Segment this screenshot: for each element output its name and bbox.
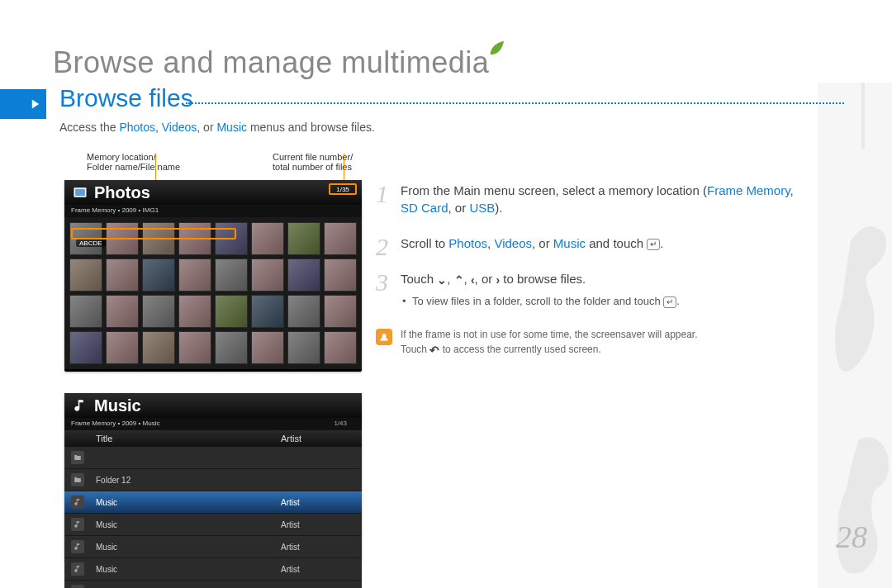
- music-row-title: Music: [96, 565, 281, 574]
- intro-suffix: menus and browse files.: [250, 121, 375, 134]
- music-row: Folder 12: [64, 469, 362, 491]
- intro-text: Access the Photos, Videos, or Music menu…: [59, 121, 375, 134]
- kw-music: Music: [216, 121, 247, 134]
- screensaver-note: If the frame is not in use for some time…: [376, 327, 805, 357]
- section-heading: Browse files: [59, 84, 193, 112]
- photo-thumb: [251, 331, 284, 364]
- photos-icon: [71, 183, 89, 202]
- note-icon: [376, 329, 392, 345]
- instruction-steps: 1 From the Main menu screen, select a me…: [376, 182, 805, 357]
- selected-file-label: ABCDE: [76, 239, 106, 247]
- photos-breadcrumb: Frame Memory • 2009 • IMG1: [64, 205, 362, 217]
- photo-thumb: [324, 258, 357, 292]
- music-count: 1/43: [334, 420, 355, 427]
- intro-prefix: Access the: [59, 121, 119, 134]
- svg-rect-0: [861, 83, 865, 149]
- col-artist: Artist: [281, 434, 355, 443]
- photo-thumb: [215, 295, 248, 328]
- callout-line-a: [155, 154, 156, 180]
- photo-thumb: [106, 258, 139, 292]
- chevron-right-icon: [30, 98, 41, 110]
- photo-thumb: [142, 331, 175, 364]
- page-title: Browse and manage multimedia: [53, 45, 489, 80]
- photo-thumb: [142, 295, 175, 328]
- file-count-badge: 1/35: [329, 183, 357, 195]
- photo-thumb: [215, 258, 248, 292]
- dotted-rule: [186, 102, 844, 104]
- down-icon: ⌄: [437, 274, 447, 286]
- music-row-artist: Artist: [281, 520, 355, 529]
- music-file-icon: [71, 585, 84, 588]
- step-number: 2: [376, 230, 388, 264]
- music-row-title: Music: [96, 543, 281, 552]
- photo-thumb: [178, 258, 211, 292]
- photo-thumb: [251, 258, 284, 292]
- music-row-artist: Artist: [281, 543, 355, 552]
- music-note-icon: [71, 396, 89, 415]
- music-column-header: Title Artist: [64, 430, 362, 447]
- music-row-title: Music: [96, 498, 281, 507]
- music-file-icon: [71, 518, 84, 531]
- enter-icon: ↵: [663, 296, 676, 308]
- music-row: MusicArtist: [64, 536, 362, 558]
- photo-thumb: [287, 222, 320, 255]
- page-number: 28: [836, 519, 867, 555]
- music-row-title: Folder 12: [96, 476, 281, 485]
- music-list: Title Artist Folder 12MusicArtistMusicAr…: [64, 430, 362, 588]
- music-breadcrumb-row: Frame Memory • 2009 • Music 1/43: [64, 418, 362, 430]
- photo-thumb: [69, 331, 102, 364]
- photo-thumb: [324, 331, 357, 364]
- photo-thumb: [106, 295, 139, 328]
- step-3: 3 Touch ⌄, ⌃, ‹, or › to browse files. T…: [376, 270, 805, 309]
- music-row: MusicArtist: [64, 514, 362, 536]
- step-3-sub: To view files in a folder, scroll to the…: [412, 294, 805, 309]
- leaf-icon: [487, 40, 505, 58]
- enter-icon: ↵: [647, 239, 660, 250]
- photos-header: Photos 1/35: [64, 180, 362, 205]
- photo-thumbnail-grid: [64, 217, 362, 369]
- step-number: 3: [376, 265, 388, 300]
- photo-thumb: [69, 295, 102, 328]
- breadcrumb-highlight: ABCDE: [71, 228, 236, 239]
- music-file-icon: [71, 540, 84, 553]
- callout-line-b: [344, 154, 344, 182]
- kw-photos: Photos: [119, 121, 155, 134]
- photo-thumb: [324, 222, 357, 255]
- music-header: Music: [64, 393, 362, 418]
- music-title: Music: [94, 396, 141, 415]
- callout-memory-location: Memory location/ Folder name/File name: [87, 152, 227, 172]
- music-row-artist: Artist: [281, 565, 355, 574]
- photo-thumb: [251, 295, 284, 328]
- folder-icon: [71, 451, 84, 464]
- music-row-title: Music: [96, 520, 281, 529]
- music-row: MusicArtist: [64, 581, 362, 588]
- note-line-2: Touch ↶ to access the currently used scr…: [401, 342, 805, 357]
- photo-thumb: [178, 295, 211, 328]
- photo-thumb: [215, 331, 248, 364]
- svg-rect-5: [75, 189, 85, 196]
- light-pole-silhouette: [851, 83, 875, 149]
- music-file-icon: [71, 496, 84, 509]
- music-row: MusicArtist: [64, 491, 362, 514]
- photos-screenshot: Photos 1/35 Frame Memory • 2009 • IMG1 A…: [64, 180, 362, 372]
- step-1: 1 From the Main menu screen, select a me…: [376, 182, 805, 216]
- callout-file-number: Current file number/ total number of fil…: [273, 152, 413, 172]
- music-file-icon: [71, 562, 84, 576]
- kw-videos: Videos: [162, 121, 197, 134]
- photo-thumb: [324, 295, 357, 328]
- col-title: Title: [96, 434, 281, 443]
- photo-thumb: [142, 258, 175, 292]
- photo-thumb: [178, 331, 211, 364]
- step-2: 2 Scroll to Photos, Videos, or Music and…: [376, 235, 805, 252]
- photo-thumb: [251, 222, 284, 255]
- right-icon: ›: [496, 274, 500, 286]
- photos-title: Photos: [94, 183, 150, 202]
- back-icon: ↶: [429, 344, 439, 356]
- music-row-artist: Artist: [281, 498, 355, 507]
- music-screenshot: Music Frame Memory • 2009 • Music 1/43 T…: [64, 393, 362, 562]
- music-row: [64, 447, 362, 469]
- section-marker: [0, 89, 46, 119]
- photo-thumb: [287, 258, 320, 292]
- photo-thumb: [106, 331, 139, 364]
- music-row: MusicArtist: [64, 558, 362, 581]
